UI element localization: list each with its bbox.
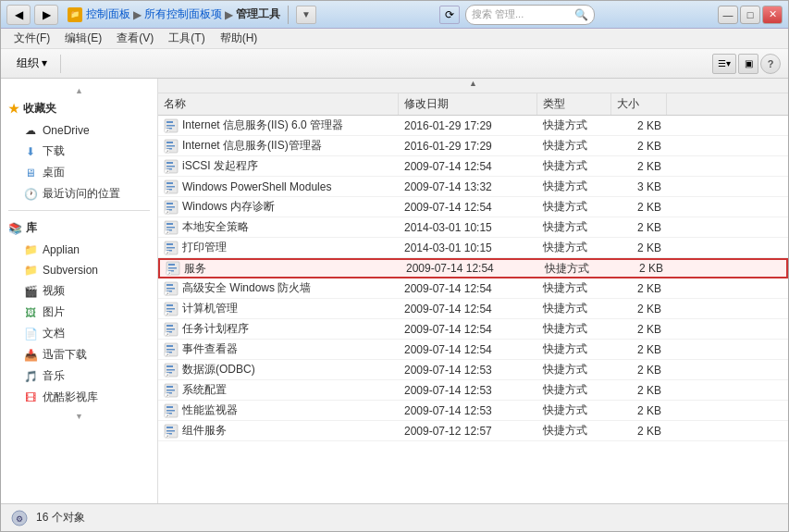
svg-text:↗: ↗ bbox=[166, 169, 168, 174]
sidebar-item-desktop[interactable]: 🖥 桌面 bbox=[1, 162, 157, 183]
file-size-cell: 2 KB bbox=[611, 282, 667, 295]
file-name-cell: ↗ 计算机管理 bbox=[158, 301, 399, 316]
table-row[interactable]: ↗ 高级安全 Windows 防火墙2009-07-14 12:54快捷方式2 … bbox=[158, 278, 788, 299]
svg-rect-61 bbox=[166, 325, 173, 327]
file-icon: ↗ bbox=[164, 159, 179, 174]
table-row[interactable]: ↗ 服务2009-07-14 12:54快捷方式2 KB bbox=[158, 258, 788, 278]
svg-text:↗: ↗ bbox=[166, 434, 168, 439]
table-row[interactable]: ↗ 计算机管理2009-07-14 12:54快捷方式2 KB bbox=[158, 299, 788, 319]
title-center: ⟳ 搜索 管理... 🔍 bbox=[439, 5, 595, 25]
preview-pane-button[interactable]: ▣ bbox=[738, 54, 758, 74]
dropdown-arrow[interactable]: ▼ bbox=[296, 6, 316, 24]
close-button[interactable]: ✕ bbox=[762, 6, 783, 24]
svg-rect-26 bbox=[166, 206, 175, 208]
forward-button[interactable]: ▶ bbox=[34, 5, 58, 25]
file-type-cell: 快捷方式 bbox=[537, 423, 611, 439]
status-count: 16 个对象 bbox=[36, 510, 85, 526]
col-header-date[interactable]: 修改日期 bbox=[399, 93, 537, 115]
star-icon: ★ bbox=[8, 102, 19, 116]
svg-rect-20 bbox=[166, 186, 175, 188]
sidebar-item-video[interactable]: 🎬 视频 bbox=[1, 280, 157, 302]
table-row[interactable]: ↗ Windows 内存诊断2009-07-14 12:54快捷方式2 KB bbox=[158, 197, 788, 217]
sidebar-item-downloads[interactable]: ⬇ 下载 bbox=[1, 141, 157, 162]
file-date-cell: 2014-03-01 10:15 bbox=[399, 221, 537, 234]
back-button[interactable]: ◀ bbox=[6, 5, 31, 25]
file-size-cell: 2 KB bbox=[611, 241, 667, 254]
refresh-button[interactable]: ⟳ bbox=[439, 6, 460, 24]
col-header-name[interactable]: 名称 bbox=[158, 93, 399, 115]
favorites-header[interactable]: ★ 收藏夹 bbox=[1, 97, 157, 120]
table-row[interactable]: ↗ 本地安全策略2014-03-01 10:15快捷方式2 KB bbox=[158, 217, 788, 238]
menu-view[interactable]: 查看(V) bbox=[109, 29, 161, 49]
minimize-button[interactable]: — bbox=[718, 6, 738, 24]
sidebar-item-applian[interactable]: 📁 Applian bbox=[1, 240, 157, 260]
search-box[interactable]: 搜索 管理... 🔍 bbox=[465, 5, 595, 25]
table-row[interactable]: ↗ iSCSI 发起程序2009-07-14 12:54快捷方式2 KB bbox=[158, 156, 788, 177]
table-row[interactable]: ↗ Internet 信息服务(IIS)管理器2016-01-29 17:29快… bbox=[158, 136, 788, 156]
col-header-size[interactable]: 大小 bbox=[611, 93, 667, 115]
sidebar-item-recent[interactable]: 🕐 最近访问的位置 bbox=[1, 183, 157, 204]
svg-text:⚙: ⚙ bbox=[16, 514, 23, 524]
svg-text:↗: ↗ bbox=[166, 190, 168, 194]
sidebar-item-subversion[interactable]: 📁 Subversion bbox=[1, 260, 157, 280]
desktop-icon: 🖥 bbox=[23, 166, 38, 180]
file-name-cell: ↗ 服务 bbox=[160, 261, 401, 277]
scroll-down-indicator: ▼ bbox=[1, 408, 157, 423]
table-row[interactable]: ↗ 性能监视器2009-07-14 12:53快捷方式2 KB bbox=[158, 401, 788, 421]
file-name-cell: ↗ 事件查看器 bbox=[158, 341, 399, 357]
col-header-type[interactable]: 类型 bbox=[537, 93, 611, 115]
sidebar-item-onedrive[interactable]: ☁ OneDrive bbox=[1, 120, 157, 141]
sidebar-item-pictures[interactable]: 🖼 图片 bbox=[1, 302, 157, 323]
file-type-cell: 快捷方式 bbox=[537, 118, 611, 133]
view-toggle-button[interactable]: ☰▾ bbox=[712, 54, 736, 74]
table-row[interactable]: ↗ Internet 信息服务(IIS) 6.0 管理器2016-01-29 1… bbox=[158, 116, 788, 136]
table-row[interactable]: ↗ 系统配置2009-07-14 12:53快捷方式2 KB bbox=[158, 380, 788, 401]
file-type-cell: 快捷方式 bbox=[537, 199, 611, 215]
breadcrumb-part1[interactable]: 控制面板 bbox=[86, 6, 130, 22]
file-icon: ↗ bbox=[164, 363, 179, 377]
sidebar-item-youku[interactable]: 🎞 优酷影视库 bbox=[1, 387, 157, 408]
file-type-cell: 快捷方式 bbox=[537, 321, 611, 337]
file-size-cell: 2 KB bbox=[613, 262, 669, 275]
search-icon[interactable]: 🔍 bbox=[574, 8, 588, 21]
svg-text:↗: ↗ bbox=[166, 149, 168, 154]
subversion-label: Subversion bbox=[43, 264, 98, 277]
table-row[interactable]: ↗ 任务计划程序2009-07-14 12:54快捷方式2 KB bbox=[158, 319, 788, 340]
file-date-cell: 2009-07-14 13:32 bbox=[399, 180, 537, 193]
file-type-cell: 快捷方式 bbox=[539, 261, 613, 277]
file-size-cell: 2 KB bbox=[611, 221, 667, 234]
file-type-cell: 快捷方式 bbox=[537, 138, 611, 154]
file-date-cell: 2009-07-14 12:53 bbox=[399, 384, 537, 397]
menu-help[interactable]: 帮助(H) bbox=[213, 29, 265, 49]
sidebar-item-documents[interactable]: 📄 文档 bbox=[1, 323, 157, 344]
file-name-cell: ↗ iSCSI 发起程序 bbox=[158, 158, 399, 174]
table-row[interactable]: ↗ Windows PowerShell Modules2009-07-14 1… bbox=[158, 177, 788, 197]
help-button[interactable]: ? bbox=[760, 54, 781, 74]
svg-text:↗: ↗ bbox=[166, 251, 168, 255]
organize-button[interactable]: 组织 ▾ bbox=[8, 53, 55, 75]
breadcrumb-part2[interactable]: 所有控制面板项 bbox=[144, 6, 222, 22]
svg-rect-55 bbox=[166, 304, 173, 306]
menu-file[interactable]: 文件(F) bbox=[6, 29, 57, 49]
table-row[interactable]: ↗ 组件服务2009-07-12 12:57快捷方式2 KB bbox=[158, 421, 788, 441]
maximize-button[interactable]: □ bbox=[740, 6, 760, 24]
table-row[interactable]: ↗ 打印管理2014-03-01 10:15快捷方式2 KB bbox=[158, 238, 788, 258]
file-date-cell: 2009-07-14 12:54 bbox=[399, 201, 537, 214]
file-name-cell: ↗ 系统配置 bbox=[158, 382, 399, 398]
sort-arrow-top: ▲ bbox=[158, 79, 788, 93]
menu-tools[interactable]: 工具(T) bbox=[161, 29, 212, 49]
file-date-cell: 2009-07-14 12:53 bbox=[399, 404, 537, 417]
table-row[interactable]: ↗ 事件查看器2009-07-14 12:54快捷方式2 KB bbox=[158, 340, 788, 360]
folder-icon: 📁 bbox=[68, 7, 82, 22]
sidebar-item-music[interactable]: 🎵 音乐 bbox=[1, 365, 157, 387]
breadcrumb: 控制面板 ▶ 所有控制面板项 ▶ 管理工具 bbox=[86, 6, 280, 22]
file-size-cell: 3 KB bbox=[611, 180, 667, 193]
pictures-icon: 🖼 bbox=[23, 305, 38, 320]
sidebar-item-thunder[interactable]: 📥 迅雷下载 bbox=[1, 344, 157, 365]
music-label: 音乐 bbox=[43, 368, 65, 384]
svg-rect-74 bbox=[166, 369, 175, 371]
library-header[interactable]: 📚 库 bbox=[1, 217, 157, 240]
address-separator bbox=[288, 6, 289, 24]
menu-edit[interactable]: 编辑(E) bbox=[57, 29, 109, 49]
table-row[interactable]: ↗ 数据源(ODBC)2009-07-14 12:53快捷方式2 KB bbox=[158, 360, 788, 380]
